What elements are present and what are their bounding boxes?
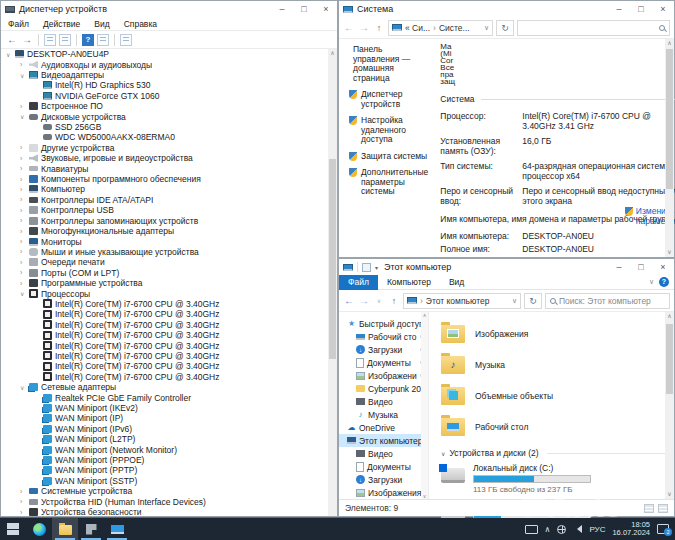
device-tree-item[interactable]: Intel(R) Core(TM) i7-6700 CPU @ 3.40GHz [1,351,328,361]
device-tree-item[interactable]: Аудиовходы и аудиовыходы [1,59,328,69]
minimize-button[interactable]: – [271,1,293,17]
device-tree-item[interactable]: Видеоадаптеры [1,70,328,80]
close-button[interactable]: × [652,1,674,17]
expander-icon[interactable] [20,498,29,505]
device-tree-item[interactable]: Программные устройства [1,278,328,288]
device-tree-item[interactable]: Компьютер [1,184,328,194]
properties-icon[interactable] [59,34,71,46]
expander-icon[interactable] [20,290,29,297]
scrollbar-thumb[interactable] [329,159,336,359]
expander-icon[interactable] [20,207,29,214]
device-tree-item[interactable]: Intel(R) Core(TM) i7-6700 CPU @ 3.40GHz [1,330,328,340]
sidebar-item[interactable]: Видео [339,447,428,460]
help-icon[interactable]: ? [659,277,669,287]
expander-icon[interactable] [20,238,29,245]
expander-icon[interactable] [20,259,29,266]
expander-icon[interactable] [20,280,29,287]
menu-item[interactable]: Вид [94,19,109,29]
sidebar-item[interactable]: Загрузки [339,343,428,356]
expander-icon[interactable] [20,488,29,495]
device-tree-item[interactable]: WDC WD5000AAKX-08ERMA0 [1,132,328,142]
sidebar-link[interactable]: Защита системы [349,152,428,162]
details-view-icon[interactable] [644,504,654,513]
expander-icon[interactable] [20,186,29,193]
device-tree-item[interactable]: Встроенное ПО [1,101,328,111]
sidebar-item[interactable]: Видео [339,395,428,408]
sidebar-item[interactable]: OneDrive [339,421,428,434]
sidebar-item[interactable]: Документы [339,356,428,369]
device-tree-item[interactable]: Мониторы [1,236,328,246]
recent-locations-chevron-icon[interactable]: ∨ [373,297,385,304]
device-tree-item[interactable]: Intel(R) Core(TM) i7-6700 CPU @ 3.40GHz [1,361,328,371]
refresh-icon[interactable]: ↻ [524,293,542,309]
device-tree-item[interactable]: Intel(R) Core(TM) i7-6700 CPU @ 3.40GHz [1,372,328,382]
sidebar-item[interactable]: Загрузки [339,473,428,486]
console-tree-icon[interactable] [44,34,56,46]
ribbon-tab[interactable]: Файл [339,275,378,290]
console-window-icon[interactable] [97,34,109,46]
device-tree-item[interactable]: Очереди печати [1,257,328,267]
sidebar-item[interactable]: Документы [339,460,428,473]
breadcrumb-current[interactable]: Систе... [439,23,470,33]
up-arrow-icon[interactable]: ↑ [388,296,400,306]
device-tree-item[interactable]: Многофункциональные адаптеры [1,226,328,236]
sidebar-item[interactable]: Рабочий сто [339,330,428,343]
folder-item[interactable]: Рабочий стол [441,411,674,442]
device-tree-item[interactable]: Intel(R) Core(TM) i7-6700 CPU @ 3.40GHz [1,340,328,350]
device-tree-item[interactable]: WAN Miniport (PPPOE) [1,455,328,465]
close-button[interactable]: × [315,1,337,17]
search-input[interactable]: Поиск: Этот компьютер [545,293,670,309]
device-tree-item[interactable]: Порты (COM и LPT) [1,268,328,278]
device-tree-item[interactable]: WAN Miniport (Network Monitor) [1,444,328,454]
expander-icon[interactable] [20,228,29,235]
device-tree-item[interactable]: DESKTOP-AN0EU4P [1,49,328,59]
folder-item[interactable]: Изображения [441,318,674,349]
expander-icon[interactable] [20,384,29,391]
back-arrow-icon[interactable]: ← [6,34,18,45]
thumbnails-view-icon[interactable] [658,504,668,513]
device-tree-item[interactable]: WAN Miniport (IPv6) [1,424,328,434]
scroll-up-icon[interactable]: ∧ [665,39,674,48]
expander-icon[interactable] [20,269,29,276]
expander-icon[interactable] [20,248,29,255]
device-tree-item[interactable]: Сетевые адаптеры [1,382,328,392]
device-tree-item[interactable]: Контроллеры USB [1,205,328,215]
sidebar-link[interactable]: Настройка удаленного доступа [349,116,428,145]
clock[interactable]: 18:05 16.07.2024 [612,521,650,538]
ribbon-tab[interactable]: Компьютер [378,275,440,290]
sidebar-item[interactable]: Быстрый доступ [339,317,428,330]
device-tree-item[interactable]: Контроллеры IDE ATA/ATAPI [1,195,328,205]
ribbon-tab[interactable]: Вид [440,275,473,290]
scroll-up-icon[interactable]: ∧ [665,312,674,321]
address-bar[interactable]: › Этот компьютер ∨ [403,293,521,309]
customize-qat-chevron-icon[interactable]: ▾ [375,264,378,271]
sidebar-link[interactable]: Панель управления — домашняя страница [349,45,428,83]
menu-item[interactable]: Справка [124,19,157,29]
scroll-up-icon[interactable]: ∧ [328,49,337,58]
device-tree-item[interactable]: Intel(R) Core(TM) i7-6700 CPU @ 3.40GHz [1,299,328,309]
system-properties-icon[interactable] [104,518,130,540]
sidebar-item[interactable]: Этот компьютер [339,434,428,447]
scroll-up-icon[interactable]: ∧ [423,312,427,318]
separator-icon[interactable] [38,34,39,46]
properties-icon[interactable] [362,263,371,272]
sidebar-item[interactable]: Музыка [339,408,428,421]
expander-icon[interactable] [20,155,29,162]
drives-section-heading[interactable]: ∨ Устройства и диски (2) [441,448,674,458]
folder-item[interactable]: Объемные объекты [441,380,674,411]
expander-icon[interactable] [6,51,15,58]
forward-arrow-icon[interactable]: → [358,22,370,33]
start-icon[interactable] [0,518,26,540]
separator-icon[interactable] [114,34,115,46]
folder-item[interactable]: Музыка [441,349,674,380]
device-tree-item[interactable]: Intel(R) HD Graphics 530 [1,80,328,90]
expander-icon[interactable] [20,103,29,110]
expander-icon[interactable] [20,72,29,79]
maximize-button[interactable]: □ [630,259,652,275]
device-tree-item[interactable]: Процессоры [1,288,328,298]
device-manager-titlebar[interactable]: Диспетчер устройств – □ × [1,1,337,17]
system-titlebar[interactable]: Система – □ × [339,1,674,17]
device-tree-item[interactable]: Другие устройства [1,143,328,153]
sidebar-scrollbar[interactable]: ∧ ∨ [421,312,428,499]
forward-arrow-icon[interactable]: → [358,295,370,306]
